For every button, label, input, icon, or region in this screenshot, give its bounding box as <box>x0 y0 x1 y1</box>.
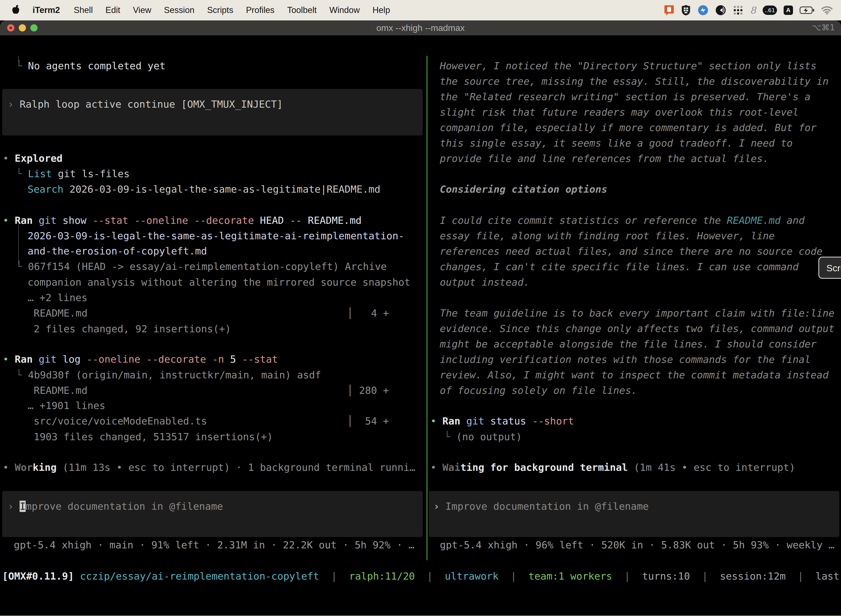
git-show-arg-line: 2026-03-09-is-legal-the-same-as-legitima… <box>28 228 404 244</box>
reasoning-line: changes, I can't cite specific file line… <box>440 259 799 274</box>
omx-status-bar: [OMX#0.11.9] cczip/essay/ai-reimplementa… <box>2 569 841 584</box>
menu-status-icons: 8 ..61 A <box>664 5 833 16</box>
window-title: omx --xhigh --madmax <box>0 23 841 33</box>
menu-item-toolbelt[interactable]: Toolbelt <box>287 5 317 15</box>
reasoning-line: of focusing solely on file lines. <box>440 383 637 398</box>
right-session-statusline: gpt-5.4 xhigh · 96% left · 520K in · 5.8… <box>440 537 834 553</box>
reasoning-line: the source tree, missing the essay. Stil… <box>440 74 829 89</box>
shield-grid-icon[interactable] <box>681 5 691 16</box>
stat-file-name: README.md <box>34 305 88 321</box>
menu-item-help[interactable]: Help <box>372 5 390 15</box>
menu-app-name[interactable]: iTerm2 <box>32 5 60 15</box>
no-agents-line: └ No agents completed yet <box>16 58 166 74</box>
git-show-command: • Ran git show --stat --oneline --decora… <box>3 213 362 228</box>
left-prompt-input[interactable]: › Improve documentation in @filename <box>2 491 423 537</box>
menu-item-profiles[interactable]: Profiles <box>246 5 274 15</box>
gauge-badge-icon[interactable]: ..61 <box>763 6 777 15</box>
right-prompt-text: › Improve documentation in @filename <box>434 499 649 514</box>
dark-crescent-icon[interactable] <box>715 5 726 16</box>
reasoning-line: this single essay, it seems like a good … <box>440 135 793 151</box>
reasoning-line: provide file and line references from th… <box>440 151 769 166</box>
menu-items: Shell Edit View Session Scripts Profiles… <box>74 5 390 15</box>
waiting-status-line: • Waiting for background terminal (1m 41… <box>431 460 795 475</box>
git-status-command: • Ran git status --short <box>431 414 574 429</box>
right-agent-pane: However, I noticed the "Directory Struct… <box>428 56 841 616</box>
input-source-icon[interactable]: A <box>784 6 793 15</box>
right-prompt-input[interactable]: › Improve documentation in @filename <box>429 491 840 537</box>
menu-item-shell[interactable]: Shell <box>74 5 93 15</box>
working-status-line: • Working (11m 13s • esc to interrupt) ·… <box>3 460 416 475</box>
menu-item-window[interactable]: Window <box>330 5 360 15</box>
window-shortcut-hint: ⌥⌘1 <box>812 23 835 32</box>
reasoning-line: review. Also, I might want to inspect th… <box>440 367 829 383</box>
git-status-output-line: └ (no output) <box>444 429 522 444</box>
git-log-summary: 1903 files changed, 513517 insertions(+) <box>34 429 273 444</box>
terminal-content: └ No agents completed yet › Ralph loop a… <box>0 56 841 616</box>
squiggle-utility-icon[interactable]: 8 <box>750 6 756 15</box>
reasoning-line: I could cite commit statistics or refere… <box>440 213 804 228</box>
inject-message-text: › Ralph loop active continue [OMX_TMUX_I… <box>8 97 283 112</box>
explored-list-line: └ List git ls-files <box>16 166 130 182</box>
reasoning-line: The team guideline is to back every impo… <box>440 305 834 321</box>
battery-icon[interactable] <box>800 6 815 14</box>
left-prompt-text: › Improve documentation in @filename <box>8 499 223 514</box>
apple-logo-icon <box>12 4 20 16</box>
reasoning-line: references need actual files, and since … <box>440 244 822 259</box>
git-log-truncation-line: … +1901 lines <box>28 398 105 414</box>
chat-app-icon[interactable] <box>664 5 674 16</box>
stat-file-name: src/voice/voiceModeEnabled.ts <box>34 414 207 429</box>
reasoning-line: companion file, especially if more comme… <box>440 120 816 135</box>
menu-item-session[interactable]: Session <box>164 5 194 15</box>
iterm2-window: omx --xhigh --madmax ⌥⌘1 └ No agents com… <box>0 21 841 616</box>
stat-file-count: │ 54 + <box>347 414 389 429</box>
git-show-truncation-line: … +2 lines <box>28 290 88 305</box>
reasoning-line: including verification notes with those … <box>440 352 811 367</box>
menu-item-edit[interactable]: Edit <box>105 5 120 15</box>
git-show-output-line: companion analysis without altering the … <box>28 274 410 290</box>
git-show-arg-line: and-the-erosion-of-copyleft.md <box>28 243 207 259</box>
explored-header: • Explored <box>3 151 63 166</box>
git-show-summary: 2 files changed, 92 insertions(+) <box>34 321 231 337</box>
reasoning-heading: Considering citation options <box>440 182 607 197</box>
stat-file-name: README.md <box>34 383 88 398</box>
explored-search-line: Search 2026-03-09-is-legal-the-same-as-l… <box>28 182 381 197</box>
blue-bolt-badge-icon[interactable] <box>697 5 709 16</box>
stat-file-count: │ 4 + <box>347 305 389 321</box>
menu-item-scripts[interactable]: Scripts <box>207 5 233 15</box>
menu-item-view[interactable]: View <box>133 5 151 15</box>
apple-menu[interactable] <box>12 4 20 16</box>
menu-bar: iTerm2 Shell Edit View Session Scripts P… <box>0 0 841 21</box>
inject-message-box[interactable]: › Ralph loop active continue [OMX_TMUX_I… <box>2 89 423 135</box>
reasoning-line: might be acceptable alongside the file l… <box>440 336 816 352</box>
reasoning-line: evidence. Since this change only affects… <box>440 321 834 336</box>
git-show-output-line: └ 067f154 (HEAD -> essay/ai-reimplementa… <box>16 259 387 274</box>
left-agent-pane: └ No agents completed yet › Ralph loop a… <box>0 56 426 616</box>
reasoning-line: the "Related research writing" section i… <box>440 89 811 105</box>
reasoning-line: However, I noticed the "Directory Struct… <box>440 58 816 74</box>
dots-grid-icon[interactable] <box>733 5 743 15</box>
reasoning-line: output instead. <box>440 274 529 290</box>
left-session-statusline: gpt-5.4 xhigh · main · 91% left · 2.31M … <box>14 537 415 553</box>
wifi-icon[interactable] <box>821 6 833 15</box>
git-log-command: • Ran git log --oneline --decorate -n 5 … <box>3 352 278 367</box>
screen-share-tab[interactable]: Scre <box>818 257 841 279</box>
stat-file-count: │ 280 + <box>347 383 389 398</box>
reasoning-line: slight risk that future readers may over… <box>440 105 799 120</box>
window-title-bar[interactable]: omx --xhigh --madmax ⌥⌘1 <box>0 21 841 35</box>
git-log-output-line: └ 4b9d30f (origin/main, instructkr/main,… <box>16 367 321 383</box>
reasoning-line: essay file, along with finding root file… <box>440 228 775 244</box>
